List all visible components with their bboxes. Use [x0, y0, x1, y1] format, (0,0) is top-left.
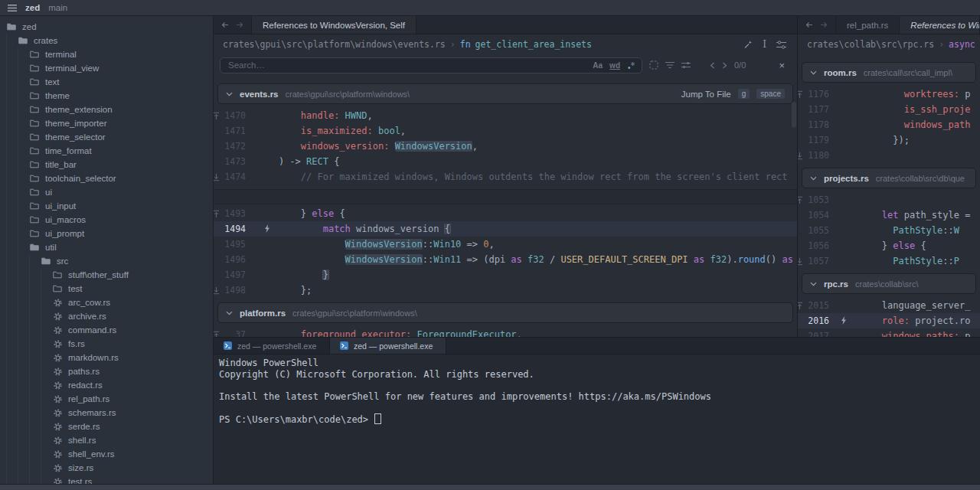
back-icon[interactable] [221, 21, 229, 28]
tree-item-toolchain-selector[interactable]: toolchain_selector [0, 172, 213, 185]
code-line[interactable]: 1180 [798, 148, 980, 163]
forward-icon[interactable] [820, 21, 828, 28]
app-menu-icon[interactable] [8, 5, 17, 11]
code-line[interactable]: 1497} [214, 267, 797, 283]
code-line[interactable]: 1178windows_path [798, 117, 980, 132]
tree-item-fs-rs[interactable]: fs.rs [0, 337, 213, 351]
tree-item-arc-cow-rs[interactable]: arc_cow.rs [0, 296, 213, 309]
chevron-down-icon[interactable] [810, 176, 817, 181]
code-line[interactable]: 2016role: project.ro [798, 313, 980, 328]
code-line[interactable]: 1054let path_style = [798, 207, 980, 223]
code-line[interactable]: 1056} else { [798, 238, 980, 253]
next-match-icon[interactable] [722, 62, 727, 69]
expand-down-icon[interactable] [214, 286, 220, 295]
tree-item-ui-macros[interactable]: ui_macros [0, 213, 213, 227]
tree-item-size-rs[interactable]: size.rs [0, 461, 213, 475]
case-sensitive-icon[interactable]: Aa [593, 61, 603, 70]
scrollbar-thumb[interactable] [792, 102, 796, 128]
expand-up-icon[interactable] [214, 210, 220, 218]
chevron-down-icon[interactable] [810, 70, 817, 75]
tree-item-command-rs[interactable]: command.rs [0, 323, 213, 337]
excerpt-header-room-rs[interactable]: room.rscrates\call\src\call_impl\ [802, 62, 976, 83]
editor-controls-icon[interactable] [776, 41, 786, 49]
terminal-tab-1[interactable]: zed — powershell.exe [214, 338, 330, 354]
tree-item-ui[interactable]: ui [0, 185, 213, 199]
tree-item-terminal-view[interactable]: terminal_view [0, 61, 213, 75]
expand-up-icon[interactable] [214, 331, 220, 338]
inline-assist-icon[interactable] [743, 40, 753, 49]
code-line[interactable]: 1179}); [798, 132, 980, 148]
code-line[interactable]: 1470handle: HWND, [214, 108, 797, 123]
code-line[interactable]: 1055PathStyle::W [798, 223, 980, 238]
regex-icon[interactable] [627, 61, 635, 70]
tree-item-archive-rs[interactable]: archive.rs [0, 309, 213, 323]
project-name[interactable]: zed [25, 3, 40, 12]
tree-item-test-rs[interactable]: test.rs [0, 475, 213, 484]
code-line[interactable]: 1053 [798, 192, 980, 207]
tree-item-title-bar[interactable]: title_bar [0, 158, 213, 172]
code-line[interactable]: 1177is_ssh_proje [798, 102, 980, 117]
center-editor[interactable]: events.rscrates\gpui\src\platform\window… [214, 76, 797, 337]
excerpt-header-platform-rs[interactable]: platform.rscrates\gpui\src\platform\wind… [217, 302, 793, 323]
code-line[interactable]: 37foreground_executor: ForegroundExecuto… [214, 327, 797, 337]
tree-item-rel-path-rs[interactable]: rel_path.rs [0, 392, 213, 406]
chevron-down-icon[interactable] [226, 311, 233, 315]
expand-up-icon[interactable] [798, 90, 804, 99]
code-line[interactable]: 1473) -> RECT { [214, 154, 797, 169]
code-line[interactable]: 1057PathStyle::P [798, 253, 980, 269]
search-input[interactable] [227, 60, 586, 70]
whole-word-icon[interactable]: wd [609, 61, 620, 70]
tab-references-windows[interactable]: References to Windows [900, 16, 980, 34]
search-field[interactable]: Aa wd [220, 57, 642, 74]
excerpt-header-rpc-rs[interactable]: rpc.rscrates\collab\src\ [802, 273, 976, 294]
tree-item-redact-rs[interactable]: redact.rs [0, 378, 213, 392]
tree-item-zed[interactable]: zed [0, 20, 213, 34]
back-icon[interactable] [805, 21, 813, 28]
expand-down-icon[interactable] [214, 173, 220, 181]
text-cursor-icon[interactable]: I [763, 39, 766, 50]
expand-up-icon[interactable] [798, 302, 804, 310]
project-panel[interactable]: zedcratesterminalterminal_viewtextthemet… [0, 16, 214, 484]
tree-item-crates[interactable]: crates [0, 34, 213, 47]
terminal-tab-2[interactable]: zed — powershell.exe [330, 338, 446, 354]
code-line[interactable]: 1493} else { [214, 206, 797, 221]
filter-icon[interactable] [665, 61, 675, 69]
excerpt-header-events-rs[interactable]: events.rscrates\gpui\src\platform\window… [217, 83, 793, 104]
expand-down-icon[interactable] [798, 152, 804, 160]
tree-item-paths-rs[interactable]: paths.rs [0, 364, 213, 378]
tree-item-theme-extension[interactable]: theme_extension [0, 103, 213, 116]
tree-item-ui-input[interactable]: ui_input [0, 199, 213, 213]
code-line[interactable]: 2017windows_paths: p [798, 328, 980, 337]
tree-item-stuff-other-stuff[interactable]: stuff\other_stuff [0, 268, 213, 282]
tree-item-ui-prompt[interactable]: ui_prompt [0, 227, 213, 240]
expand-up-icon[interactable] [798, 196, 804, 204]
chevron-down-icon[interactable] [810, 282, 817, 286]
code-line[interactable]: 1471is_maximized: bool, [214, 123, 797, 139]
breadcrumb-symbol[interactable]: get_client_area_insets [475, 39, 592, 50]
code-line[interactable]: 2015language_server_ [798, 298, 980, 313]
tree-item-time-format[interactable]: time_format [0, 144, 213, 158]
tree-item-test[interactable]: test [0, 282, 213, 296]
close-search-icon[interactable]: × [779, 60, 791, 71]
right-editor[interactable]: room.rscrates\call\src\call_impl\1176wor… [798, 54, 980, 337]
tree-item-theme-importer[interactable]: theme_importer [0, 116, 213, 130]
jump-to-file-button[interactable]: Jump To File [681, 90, 731, 99]
breadcrumb-path[interactable]: crates\gpui\src\platform\windows\events.… [223, 39, 446, 50]
prev-match-icon[interactable] [710, 62, 715, 69]
code-line[interactable]: 1498}; [214, 283, 797, 298]
forward-icon[interactable] [236, 21, 243, 28]
excerpt-header-projects-rs[interactable]: projects.rscrates\collab\src\db\que [802, 168, 976, 188]
tree-item-shell-env-rs[interactable]: shell_env.rs [0, 447, 213, 461]
chevron-down-icon[interactable] [226, 92, 233, 96]
tree-item-theme[interactable]: theme [0, 89, 213, 103]
breadcrumb-path[interactable]: crates\collab\src\rpc.rs [807, 39, 934, 50]
tree-item-serde-rs[interactable]: serde.rs [0, 420, 213, 433]
code-action-icon[interactable] [264, 224, 270, 233]
expand-down-icon[interactable] [798, 257, 804, 266]
code-line[interactable]: 1494match windows_version { [214, 221, 797, 237]
code-action-icon[interactable] [841, 316, 847, 325]
tab-rel-path[interactable]: rel_path.rs [836, 16, 900, 34]
code-line[interactable]: 1496WindowsVersion::Win11 => (dpi as f32… [214, 252, 797, 267]
tree-item-schemars-rs[interactable]: schemars.rs [0, 406, 213, 420]
tree-item-text[interactable]: text [0, 75, 213, 89]
